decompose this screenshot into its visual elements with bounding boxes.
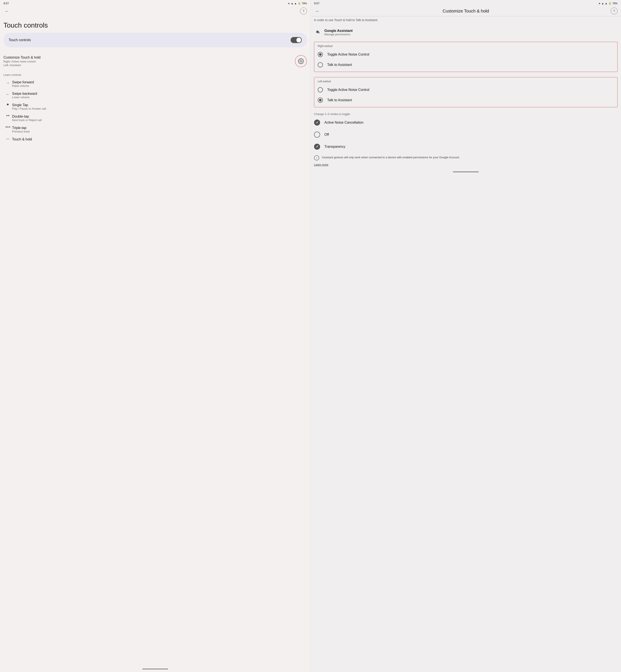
modes-label: Change 2–3 modes to toggle (310, 110, 621, 117)
left-earbud-option-1[interactable]: Toggle Active Noise Control (314, 85, 617, 95)
check-mark-transparency: ✓ (316, 145, 319, 149)
info-icon: i (314, 155, 319, 160)
back-button-left[interactable]: ← (3, 7, 10, 14)
status-bar-right: 9:57 ∗ ▲ ▲ 🔋 78% (310, 0, 621, 6)
touch-controls-toggle[interactable] (291, 37, 302, 43)
swipe-backward-text: Swipe backward Lower volume (12, 92, 37, 99)
radio-inner-left-assistant (319, 99, 322, 102)
right-earbud-option-2[interactable]: Talk to Assistant (314, 60, 617, 70)
help-button-right[interactable]: ? (611, 7, 618, 14)
swipe-backward-icon: ← (3, 92, 12, 97)
right-assistant-label: Talk to Assistant (327, 63, 352, 67)
battery-icon-right: 🔋 (608, 2, 612, 5)
time-left: 9:57 (3, 2, 9, 5)
left-content: Touch controls Touch controls Customize … (0, 16, 310, 667)
bluetooth-icon: ∗ (288, 2, 290, 5)
status-bar-left: 9:57 ∗ ▲ ▲ 🔋 78% (0, 0, 310, 6)
left-panel: 9:57 ∗ ▲ ▲ 🔋 78% ← ? Touch controls Touc… (0, 0, 310, 672)
time-right: 9:57 (314, 2, 320, 5)
nav-indicator-right (453, 171, 479, 172)
wifi-icon-right: ▲ (602, 2, 604, 5)
mode-anc[interactable]: ✓ Active Noise Cancellation (310, 117, 621, 129)
double-tap-desc: Next track or Reject call (12, 118, 42, 122)
battery-percent-right: 78% (612, 2, 618, 5)
left-assistant-label: Talk to Assistant (327, 98, 352, 102)
touch-hold-icon: ⌒ (3, 138, 12, 144)
svg-point-2 (318, 32, 320, 33)
control-swipe-backward: ← Swipe backward Lower volume (3, 90, 307, 101)
help-button-left[interactable]: ? (300, 7, 307, 14)
left-anc-label: Toggle Active Noise Control (327, 88, 369, 92)
top-bar-left: ← ? (0, 6, 310, 16)
double-tap-text: Double-tap Next track or Reject call (12, 115, 42, 122)
transparency-label: Transparency (324, 145, 345, 149)
triple-tap-text: Triple-tap Previous track (12, 126, 30, 133)
single-tap-title: Single Tap (12, 103, 46, 107)
right-earbud-label: Right earbud (314, 44, 617, 49)
triple-tap-desc: Previous track (12, 130, 30, 133)
status-icons-right: ∗ ▲ ▲ 🔋 78% (598, 2, 618, 5)
touch-hold-text: Touch & hold (12, 137, 32, 141)
google-assistant-text: Google Assistant Manage permissions (324, 29, 353, 36)
mode-off[interactable]: Off (310, 129, 621, 141)
google-assistant-row[interactable]: Google Assistant Manage permissions (310, 26, 621, 39)
learn-more-link[interactable]: Learn more (310, 163, 621, 170)
google-assistant-subtitle: Manage permissions (324, 33, 353, 36)
mode-transparency[interactable]: ✓ Transparency (310, 141, 621, 153)
swipe-forward-icon: → (3, 81, 12, 85)
control-double-tap: Double-tap Next track or Reject call (3, 112, 307, 124)
radio-left-anc[interactable] (318, 87, 323, 92)
check-transparency[interactable]: ✓ (314, 144, 320, 150)
top-bar-right: ← Customize Touch & hold ? (310, 6, 621, 16)
google-assistant-icon (314, 29, 321, 37)
svg-point-0 (300, 61, 302, 62)
swipe-backward-title: Swipe backward (12, 92, 37, 95)
customize-sub2: Left: Assistant (3, 64, 40, 67)
wifi-icon: ▲ (291, 2, 293, 5)
left-earbud-label: Left earbud (314, 79, 617, 85)
triple-tap-icon (3, 126, 12, 127)
double-tap-title: Double-tap (12, 115, 42, 118)
right-earbud-option-1[interactable]: Toggle Active Noise Control (314, 49, 617, 60)
nav-indicator-left (142, 669, 168, 669)
swipe-backward-desc: Lower volume (12, 95, 37, 99)
customize-text: Customize Touch & hold Right: Active noi… (3, 55, 40, 67)
check-off[interactable] (314, 131, 320, 137)
single-tap-text: Single Tap Play / Pause or Answer call (12, 103, 46, 110)
right-panel: 9:57 ∗ ▲ ▲ 🔋 78% ← Customize Touch & hol… (310, 0, 621, 672)
signal-icon: ▲ (294, 2, 297, 5)
left-earbud-option-2[interactable]: Talk to Assistant (314, 95, 617, 105)
control-swipe-forward: → Swipe forward Raise volume (3, 78, 307, 90)
check-anc[interactable]: ✓ (314, 120, 320, 126)
learn-controls-label: Learn controls (3, 70, 307, 78)
touch-controls-toggle-row: Touch controls (3, 33, 307, 47)
customize-title: Customize Touch & hold (3, 55, 40, 60)
swipe-forward-desc: Raise volume (12, 84, 34, 87)
control-single-tap: Single Tap Play / Pause or Answer call (3, 101, 307, 112)
single-tap-desc: Play / Pause or Answer call (12, 107, 46, 110)
swipe-forward-title: Swipe forward (12, 80, 34, 84)
signal-icon-right: ▲ (605, 2, 608, 5)
battery-percent-left: 78% (302, 2, 307, 5)
right-anc-label: Toggle Active Noise Control (327, 52, 369, 56)
status-icons-left: ∗ ▲ ▲ 🔋 78% (288, 2, 307, 5)
check-mark-anc: ✓ (316, 120, 319, 124)
radio-inner-right-anc (319, 53, 322, 56)
gear-button[interactable] (295, 55, 307, 67)
touch-hold-title: Touch & hold (12, 137, 32, 141)
radio-right-assistant[interactable] (318, 62, 323, 68)
customize-sub1: Right: Active noise control (3, 60, 40, 63)
bluetooth-icon-right: ∗ (598, 2, 601, 5)
radio-right-anc[interactable] (318, 52, 323, 57)
right-earbud-section: Right earbud Toggle Active Noise Control… (314, 42, 618, 72)
right-panel-title: Customize Touch & hold (323, 9, 609, 13)
subtitle-text: in order to use Touch & hold to Talk to … (310, 16, 621, 26)
swipe-forward-text: Swipe forward Raise volume (12, 80, 34, 87)
back-button-right[interactable]: ← (314, 7, 321, 14)
info-text: Assistant gesture will only work when co… (322, 155, 460, 160)
customize-touch-hold-row[interactable]: Customize Touch & hold Right: Active noi… (3, 52, 307, 70)
off-label: Off (324, 133, 329, 136)
radio-left-assistant[interactable] (318, 97, 323, 103)
double-tap-icon (3, 115, 12, 116)
control-touch-hold: ⌒ Touch & hold (3, 135, 307, 147)
